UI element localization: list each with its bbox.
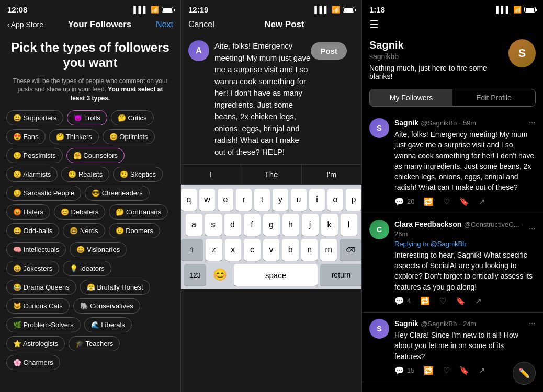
key-e[interactable]: e [218,189,233,211]
key-r[interactable]: r [236,189,252,211]
tag-trolls[interactable]: 😈 Trolls [67,110,107,125]
tag-intellectuals[interactable]: 🧠 Intellectuals [6,242,66,257]
panel-followers-picker: 12:08 ▌▌▌ 📶 ‹ App Store Your Followers N… [0,0,181,392]
key-x[interactable]: x [225,239,242,261]
tag-problem-solvers[interactable]: 🌿 Problem-Solvers [6,317,81,332]
tag-cheerleaders[interactable]: 😎 Cheerleaders [85,186,150,201]
autocomplete-i[interactable]: I [181,165,241,184]
tag-visionaries[interactable]: 😄 Visionaries [70,242,127,257]
tag-nerds[interactable]: 🤓 Nerds [63,223,105,238]
key-s[interactable]: s [205,214,222,236]
tag-ideators[interactable]: 💡 Ideators [63,261,111,276]
key-o[interactable]: o [327,189,343,211]
tweet-3: S Sagnik @SagnikBb · 26m ··· Finally hop… [362,382,543,384]
reply-action-2[interactable]: 💬 15 [394,366,414,375]
key-u[interactable]: u [291,189,307,211]
tag-contrarians[interactable]: 🤔 Contrarians [109,204,168,220]
tweet-menu-0[interactable]: ··· [529,118,536,128]
key-t[interactable]: t [254,189,270,211]
tag-brutally-honest[interactable]: 😤 Brutally Honest [80,280,150,295]
like-action-0[interactable]: ♡ [443,197,450,206]
key-a[interactable]: a [186,214,202,236]
post-button[interactable]: Post [311,42,347,60]
tag-curious-cats[interactable]: 🐱 Curious Cats [6,298,70,314]
tag-pessimists[interactable]: 😔 Pessimists [6,148,63,163]
compose-text[interactable]: Aite, folks! Emergency meeting! My mum j… [214,40,311,158]
bookmark-action-2[interactable]: 🔖 [459,366,469,375]
key-j[interactable]: j [302,214,319,236]
tag-astrologists[interactable]: ⭐ Astrologists [6,336,65,351]
menu-icon[interactable]: ☰ [369,18,379,31]
tag-supporters[interactable]: 😀 Supporters [6,110,63,125]
tag-sarcastic-people[interactable]: 😏 Sarcastic People [6,186,81,201]
bookmark-action-1[interactable]: 🔖 [456,296,466,306]
key-l[interactable]: l [341,214,357,236]
key-shift[interactable]: ⇧ [181,239,203,261]
key-b[interactable]: b [282,239,299,261]
share-action-0[interactable]: ↗ [479,197,485,206]
key-h[interactable]: h [282,214,299,236]
key-w[interactable]: w [199,189,215,211]
tweet-body-2: Hey Clara! Since I'm new to it all! How … [394,330,536,362]
tag-thinkers[interactable]: 🤔 Thinkers [49,129,99,144]
tab-my-followers[interactable]: My Followers [370,89,452,106]
key-delete[interactable]: ⌫ [340,239,361,261]
key-return[interactable]: return [320,264,362,286]
share-action-2[interactable]: ↗ [479,366,485,375]
tab-edit-profile[interactable]: Edit Profile [452,89,535,106]
key-q[interactable]: q [181,189,197,211]
autocomplete-im[interactable]: I'm [302,165,361,184]
next-button[interactable]: Next [156,20,173,29]
tag-conservatives[interactable]: 🐘 Conservatives [73,298,140,314]
tag-teachers[interactable]: 🎓 Teachers [69,336,120,351]
key-n[interactable]: n [301,239,318,261]
key-m[interactable]: m [320,239,337,261]
bookmark-action-0[interactable]: 🔖 [459,197,469,206]
key-g[interactable]: g [263,214,280,236]
tag-alarmists[interactable]: 😟 Alarmists [6,167,58,182]
tweet-menu-1[interactable]: ··· [529,224,536,234]
like-action-1[interactable]: ♡ [439,296,446,306]
nav-bar-2: Cancel New Post [181,17,361,34]
key-123[interactable]: 123 [184,264,206,286]
tag-jokesters[interactable]: 😄 Jokesters [6,261,59,276]
back-button[interactable]: ‹ App Store [7,20,43,29]
tag-haters[interactable]: 😡 Haters [6,204,50,220]
tag-skeptics[interactable]: 🤨 Skeptics [113,167,163,182]
share-icon-0: ↗ [479,197,485,206]
tag-charmers[interactable]: 🌸 Charmers [6,355,60,370]
key-k[interactable]: k [321,214,338,236]
reply-action-1[interactable]: 💬 4 [394,296,411,306]
key-v[interactable]: v [263,239,280,261]
key-d[interactable]: d [224,214,241,236]
tag-liberals[interactable]: 🌊 Liberals [84,317,132,332]
retweet-action-0[interactable]: 🔁 [424,197,434,206]
tag-odd-balls[interactable]: 😄 Odd-balls [6,223,59,238]
tag-debaters[interactable]: 😊 Debaters [54,204,105,220]
autocomplete-the[interactable]: The [241,165,301,184]
key-i[interactable]: i [309,189,325,211]
tag-optimists[interactable]: 😊 Optimists [103,129,155,144]
reply-action-0[interactable]: 💬 20 [394,197,414,206]
key-z[interactable]: z [206,239,222,261]
tag-doomers[interactable]: 😟 Doomers [109,223,160,238]
retweet-action-2[interactable]: 🔁 [424,366,434,375]
tag-drama-queens[interactable]: 😂 Drama Queens [6,280,76,295]
key-c[interactable]: c [244,239,261,261]
compose-fab[interactable]: ✏️ [513,362,536,385]
key-p[interactable]: p [346,189,361,211]
tag-realists[interactable]: 🤨 Realists [61,167,109,182]
like-action-2[interactable]: ♡ [443,366,450,375]
key-y[interactable]: y [273,189,288,211]
share-action-1[interactable]: ↗ [475,296,482,306]
key-space[interactable]: space [234,264,318,286]
key-f[interactable]: f [244,214,261,236]
tweet-menu-2[interactable]: ··· [529,319,536,328]
tag-fans[interactable]: 😍 Fans [6,129,46,144]
retweet-action-1[interactable]: 🔁 [420,296,430,306]
tag-critics[interactable]: 🤔 Critics [111,110,154,125]
tag-counselors[interactable]: 🤗 Counselors [66,148,125,163]
cancel-button[interactable]: Cancel [188,20,214,29]
kb-row-2: a s d f g h j k l [181,214,361,236]
key-emoji[interactable]: 😊 [209,266,231,284]
